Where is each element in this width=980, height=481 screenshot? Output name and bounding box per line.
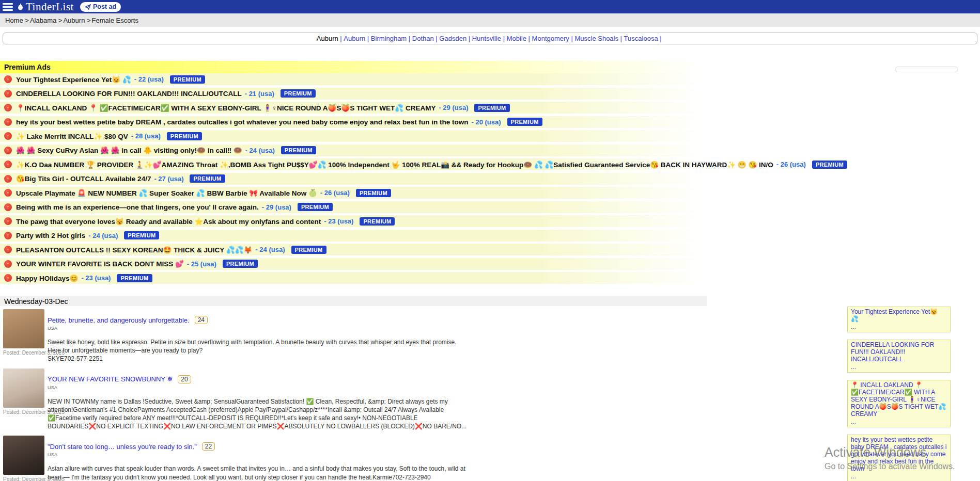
premium-ad-title: 📍INCALL OAKLAND 📍 ✅FACETIME/CAR✅ WITH A … [16,104,435,112]
city-link[interactable]: Dothan [412,35,440,42]
premium-ad-title: YOUR WINTER FAVORITE IS BACK DONT MISS 💕 [16,260,184,268]
premium-ad-row[interactable]: ↑ Happy HOlidays😊 - 23 (usa) PREMIUM [0,272,980,284]
premium-ad-title: 🌺 🌺 Sexy CuRvy Asian 🌺 🌺 in call 🐥 visit… [16,146,242,154]
premium-ad-row[interactable]: ↑ The pawg that everyone loves😼 Ready an… [0,215,980,227]
sidebar-ad-more: ... [851,323,947,330]
listing-title-row: Petite, brunette, and dangerously unforg… [48,316,470,324]
listing-country: USA [48,326,470,331]
city-link[interactable]: Birmingham [371,35,412,42]
site-logo[interactable]: TinderList [17,1,74,13]
listing-thumbnail[interactable] [3,368,44,408]
premium-badge: PREMIUM [281,146,316,154]
up-arrow-icon: ↑ [4,147,12,154]
premium-ad-row[interactable]: ↑ PLEASANTON OUTCALLS !! SEXY KOREAN🤩 TH… [0,244,980,255]
premium-ad-title: Being with me is an experience—one that … [16,203,259,211]
premium-ad-age: - 25 (usa) [187,260,216,268]
sidebar-ad-card[interactable]: Your Tightest Experience Yet😼 💦 ... [847,307,951,332]
up-arrow-icon: ↑ [4,217,12,225]
listing-age-badge: 24 [195,316,208,324]
breadcrumb-link[interactable]: Home [5,17,30,24]
premium-badge: PREMIUM [190,174,225,183]
listing-posted-date: Posted: December 3, 2025 [3,409,48,415]
premium-ad-age: - 23 (usa) [324,217,353,225]
premium-badge: PREMIUM [117,274,152,282]
premium-ad-age: - 24 (usa) [255,246,285,253]
listing-posted-date: Posted: December 3, 2025 [3,350,48,356]
listing-title-row: YOUR NEW FAVORITE SNOWBUNNY ❄ 20 [48,375,470,383]
premium-ad-age: - 29 (usa) [262,203,291,211]
breadcrumb-link[interactable]: Auburn [63,17,91,24]
sidebar-ad-title: 📍 INCALL OAKLAND 📍 ✅FACETIME/CAR✅ WITH A… [851,382,947,418]
premium-ad-title: hey its your best wettes petite baby DRE… [16,118,468,126]
up-arrow-icon: ↑ [4,232,12,239]
up-arrow-icon: ↑ [4,246,12,253]
premium-ad-age: - 21 (usa) [245,90,274,98]
listing-country: USA [48,452,470,457]
listing-thumbnail[interactable] [3,309,44,348]
city-link[interactable]: Mobile [507,35,532,42]
up-arrow-icon: ↑ [4,161,12,168]
listing-title-link[interactable]: "Don't stare too long… unless you're rea… [48,443,197,451]
premium-ad-row[interactable]: ↑ CINDERELLA LOOKING FOR FUN!!! OAKLAND!… [0,88,980,100]
city-link[interactable]: Muscle Shoals [574,35,624,42]
listing-country: USA [48,385,470,390]
sidebar-ad-card[interactable]: hey its your best wettes petite baby DRE… [847,435,951,481]
premium-ad-row[interactable]: ↑ hey its your best wettes petite baby D… [0,116,980,128]
premium-badge: PREMIUM [360,217,395,226]
premium-ad-row[interactable]: ↑ 📍INCALL OAKLAND 📍 ✅FACETIME/CAR✅ WITH … [0,102,980,114]
listing-photo-column: Posted: December 3, 2025 [0,309,48,363]
hamburger-menu-icon[interactable] [0,0,15,13]
premium-badge: PREMIUM [474,104,509,112]
listing-description: NEW IN TOWNMy name is Dallas !Seductive,… [48,397,470,431]
top-bar: TinderList Post ad [0,0,980,13]
flame-icon [17,3,24,11]
premium-ad-age: - 27 (usa) [154,175,183,183]
premium-ad-row[interactable]: ↑ Upscale Playmate 🚨 NEW NUMBER 💦 Super … [0,187,980,199]
sidebar-ad-title: hey its your best wettes petite baby DRE… [851,437,947,473]
premium-ad-row[interactable]: ↑ 😘Big Tits Girl - OUTCALL Available 24/… [0,173,980,185]
sidebar-ad-card[interactable]: CINDERELLA LOOKING FOR FUN!!! OAKLAND!!!… [847,340,951,373]
post-ad-button[interactable]: Post ad [80,2,121,12]
premium-badge: PREMIUM [507,118,542,126]
listing-title-link[interactable]: YOUR NEW FAVORITE SNOWBUNNY ❄ [48,375,173,383]
premium-ad-age: - 28 (usa) [131,132,161,140]
city-link[interactable]: Huntsville [472,35,507,42]
premium-ad-row[interactable]: ↑ 🌺 🌺 Sexy CuRvy Asian 🌺 🌺 in call 🐥 vis… [0,145,980,156]
premium-ad-age: - 20 (usa) [471,118,501,126]
sidebar-ad-more: ... [851,363,947,371]
breadcrumb-link[interactable]: Female Escorts [92,17,139,24]
premium-ad-row[interactable]: ↑ Being with me is an experience—one tha… [0,201,980,213]
premium-badge: PREMIUM [291,246,326,254]
listing-age-badge: 22 [202,442,215,451]
premium-ad-title: CINDERELLA LOOKING FOR FUN!!! OAKLAND!!!… [16,90,242,98]
city-link[interactable]: Montgomery [532,35,575,42]
up-arrow-icon: ↑ [4,118,12,126]
premium-ad-row[interactable]: ↑ ✨K.O Daa NUMBER 🏆 PROVIDER 🧎✨💕AMAZING … [0,158,980,170]
sidebar-premium-ads: Your Tightest Experience Yet😼 💦 ... CIND… [847,307,951,481]
listing-photo-column: Posted: December 3, 2025 [0,436,48,481]
city-link[interactable]: Tuscaloosa [624,35,664,42]
up-arrow-icon: ↑ [4,260,12,268]
city-link[interactable]: Gadsden [439,35,472,42]
listings-feed: Posted: December 3, 2025 Petite, brunett… [0,309,707,481]
listing-row: Posted: December 3, 2025 "Don't stare to… [0,436,707,481]
listing-title-link[interactable]: Petite, brunette, and dangerously unforg… [48,316,190,324]
premium-ad-title: Happy HOlidays😊 [16,274,78,282]
premium-ad-row[interactable]: ↑ YOUR WINTER FAVORITE IS BACK DONT MISS… [0,258,980,270]
premium-ad-row[interactable]: ↑ Your Tightest Experience Yet😼 💦 - 22 (… [0,73,980,85]
up-arrow-icon: ↑ [4,90,12,98]
premium-badge: PREMIUM [281,89,316,98]
breadcrumb-link[interactable]: Alabama [30,17,64,24]
city-link[interactable]: Auburn [344,35,371,42]
premium-badge: PREMIUM [356,189,391,197]
premium-badge: PREMIUM [124,231,159,239]
up-arrow-icon: ↑ [4,274,12,282]
premium-ad-row[interactable]: ↑ ✨ Lake Merritt INCALL✨ $80 QV - 28 (us… [0,130,980,142]
premium-ads-list: ↑ Your Tightest Experience Yet😼 💦 - 22 (… [0,73,980,284]
sidebar-ad-card[interactable]: 📍 INCALL OAKLAND 📍 ✅FACETIME/CAR✅ WITH A… [847,380,951,427]
premium-ad-age: - 22 (usa) [134,75,164,83]
listing-thumbnail[interactable] [3,436,44,475]
premium-ad-row[interactable]: ↑ Party with 2 Hot girls - 24 (usa) PREM… [0,230,980,242]
site-title: TinderList [26,1,74,13]
listing-photo-column: Posted: December 3, 2025 [0,368,48,431]
